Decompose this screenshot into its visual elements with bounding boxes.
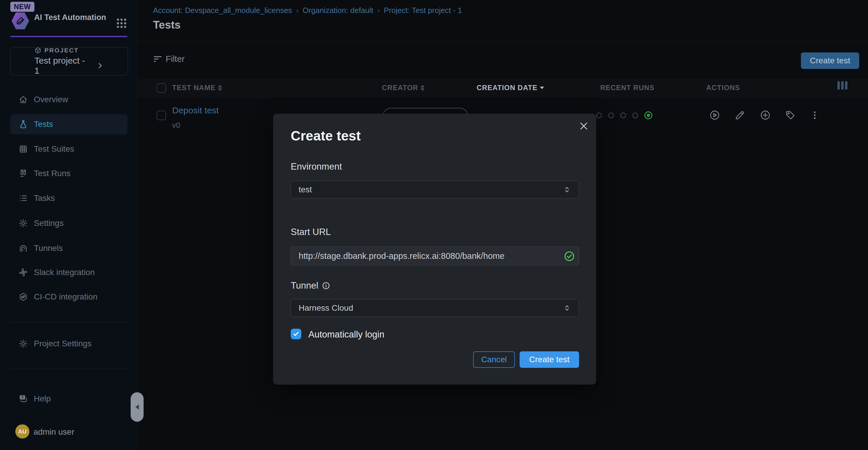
cancel-button[interactable]: Cancel	[473, 351, 515, 368]
sort-icon	[218, 85, 222, 91]
url-valid-check-icon	[564, 251, 575, 262]
auto-login-checkbox[interactable]	[291, 329, 301, 339]
project-name: Test project - 1	[34, 56, 92, 76]
app-title: AI Test Automation	[34, 12, 111, 22]
tag-icon[interactable]	[785, 110, 796, 120]
more-kebab-icon[interactable]	[810, 110, 820, 120]
sidebar-item-help[interactable]: ? Help	[10, 389, 127, 409]
auto-login-label: Automatically login	[308, 329, 384, 340]
breadcrumb-separator: ›	[377, 6, 380, 15]
run-dot-empty[interactable]	[608, 113, 614, 118]
app-window: NEW AI Test Automation	[0, 0, 868, 450]
column-creator[interactable]: CREATOR	[382, 84, 425, 92]
run-dot-empty[interactable]	[596, 113, 602, 118]
cicd-icon	[19, 292, 28, 302]
column-creation-date[interactable]: CREATION DATE	[477, 84, 544, 92]
filter-button[interactable]: Filter	[154, 54, 185, 64]
gear-icon	[19, 219, 28, 228]
sidebar-divider	[10, 369, 127, 369]
close-icon[interactable]	[578, 120, 590, 132]
column-recent-runs: RECENT RUNS	[600, 84, 654, 92]
run-dot-empty[interactable]	[620, 113, 626, 118]
row-checkbox[interactable]	[157, 111, 166, 120]
column-actions: ACTIONS	[706, 84, 740, 92]
brand-divider	[10, 36, 127, 37]
sort-desc-icon	[540, 87, 544, 89]
project-label: PROJECT	[44, 47, 79, 54]
project-selector[interactable]: PROJECT Test project - 1	[10, 47, 128, 75]
list-icon	[19, 194, 28, 203]
run-test-icon[interactable]	[709, 110, 720, 121]
test-version: v0	[172, 121, 180, 130]
sidebar-item-overview[interactable]: Overview	[10, 89, 127, 110]
breadcrumb: Account: Devspace_all_module_licenses › …	[153, 6, 462, 15]
environment-label: Environment	[291, 161, 342, 172]
breadcrumb-separator: ›	[296, 6, 299, 15]
app-logo-icon	[11, 12, 29, 30]
sidebar: NEW AI Test Automation	[0, 0, 137, 450]
header-divider	[137, 42, 868, 42]
filter-icon	[154, 56, 161, 62]
page-title: Tests	[153, 19, 181, 31]
columns-run-icon	[19, 169, 28, 178]
module-switcher-icon[interactable]	[115, 17, 128, 29]
help-chat-icon: ?	[19, 394, 28, 403]
info-icon[interactable]	[322, 282, 330, 290]
sidebar-item-cicd-integration[interactable]: CI-CD integration	[10, 287, 127, 307]
svg-text:?: ?	[22, 395, 24, 400]
tunnel-icon	[19, 244, 28, 253]
tunnel-select[interactable]: Harness Cloud	[291, 299, 579, 317]
sidebar-item-test-runs[interactable]: Test Runs	[10, 164, 127, 184]
sidebar-item-slack-integration[interactable]: Slack integration	[10, 262, 127, 282]
row-actions	[709, 110, 820, 121]
select-all-checkbox[interactable]	[157, 83, 166, 93]
collapse-left-icon	[135, 404, 139, 410]
breadcrumb-account-link[interactable]: Account: Devspace_all_module_licenses	[153, 6, 292, 15]
cube-icon	[34, 47, 41, 54]
sidebar-item-settings[interactable]: Settings	[10, 213, 127, 233]
sort-icon	[421, 85, 425, 91]
run-dot-empty[interactable]	[632, 113, 638, 118]
create-test-submit-button[interactable]: Create test	[520, 351, 579, 368]
create-test-modal: Create test Environment test Start URL T…	[273, 114, 596, 385]
sidebar-item-tests[interactable]: Tests	[10, 114, 127, 134]
gear-icon	[19, 339, 28, 348]
environment-select[interactable]: test	[291, 181, 579, 198]
flask-icon	[19, 119, 28, 129]
modal-title: Create test	[291, 128, 361, 144]
column-settings-icon[interactable]	[837, 81, 847, 89]
start-url-input[interactable]	[291, 247, 579, 265]
create-test-button-toolbar[interactable]: Create test	[801, 52, 859, 69]
run-dot-passed[interactable]	[644, 111, 652, 119]
add-plus-icon[interactable]	[760, 110, 771, 121]
start-url-label: Start URL	[291, 227, 331, 237]
sidebar-item-tasks[interactable]: Tasks	[10, 188, 127, 208]
select-chevrons-icon	[563, 304, 571, 312]
tunnel-label: Tunnel	[291, 280, 330, 291]
breadcrumb-org-link[interactable]: Organization: default	[303, 6, 373, 15]
slack-icon	[19, 268, 28, 277]
sidebar-divider	[10, 322, 127, 322]
sidebar-collapse-handle[interactable]	[131, 392, 144, 422]
column-test-name[interactable]: TEST NAME	[172, 84, 222, 92]
test-name-link[interactable]: Deposit test	[172, 106, 219, 115]
user-avatar[interactable]: AU	[15, 424, 29, 439]
sidebar-item-test-suites[interactable]: Test Suites	[10, 139, 127, 159]
recent-runs	[596, 111, 652, 119]
select-chevrons-icon	[563, 186, 571, 194]
edit-pencil-icon[interactable]	[735, 110, 746, 121]
new-badge: NEW	[10, 2, 34, 12]
sidebar-item-tunnels[interactable]: Tunnels	[10, 238, 127, 258]
breadcrumb-project-link[interactable]: Project: Test project - 1	[384, 6, 462, 15]
home-icon	[19, 95, 28, 104]
chevron-right-icon	[96, 62, 104, 69]
grid-table-icon	[19, 144, 28, 154]
user-name[interactable]: admin user	[34, 427, 74, 437]
sidebar-item-project-settings[interactable]: Project Settings	[10, 334, 127, 354]
